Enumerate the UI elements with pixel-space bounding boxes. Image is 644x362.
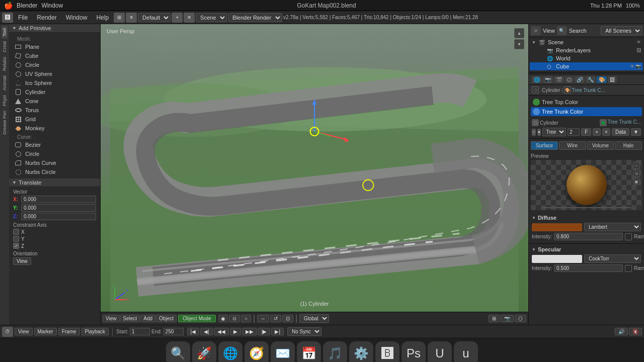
viewport-select-btn[interactable]: Select (120, 315, 140, 322)
camera-btn[interactable]: 📷 (501, 315, 514, 322)
scale-btn[interactable]: ⊡ (282, 315, 293, 322)
search-header-btn[interactable]: 🔍 (557, 26, 567, 35)
mat-menu-btn[interactable]: ▼ (631, 128, 641, 136)
apple-icon[interactable]: 🍎 (4, 2, 13, 10)
x-constraint-checkbox[interactable] (13, 229, 19, 235)
surface-tab[interactable]: Surface (531, 141, 558, 150)
viewport[interactable]: User Persp ▲ ▼ Y X Z (1) Cylinder View S… (101, 24, 528, 325)
z-constraint-checkbox[interactable] (13, 243, 19, 249)
modifier-prop-tab[interactable]: 🔧 (586, 76, 596, 83)
mat-x-btn[interactable]: × (602, 128, 610, 136)
render-menu[interactable]: Render (33, 13, 60, 22)
tree-top-slot[interactable]: Tree Top Color (531, 98, 642, 107)
scroll-down-btn[interactable]: ▼ (514, 39, 524, 49)
renderlayers-tree-row[interactable]: 📷 RenderLayers 🖼 (530, 46, 643, 54)
end-input[interactable] (164, 328, 184, 335)
photoshop-dock-icon[interactable]: Ps (401, 341, 426, 363)
launchpad-dock-icon[interactable]: 🚀 (192, 341, 216, 363)
close-icon-btn[interactable]: ✕ (126, 13, 137, 23)
preview-wire-btn[interactable]: ⊙ (633, 170, 640, 177)
cube-render-btn[interactable]: 📷 (635, 64, 641, 69)
cone-item[interactable]: Cone (13, 97, 96, 106)
play-forward-btn[interactable]: ▶▶ (242, 328, 257, 335)
screen-add-btn[interactable]: + (172, 13, 183, 23)
timeline-marker-btn[interactable]: Marker (34, 328, 57, 335)
next-keyframe-btn[interactable]: |▶ (258, 328, 271, 335)
plane-item[interactable]: Plane (13, 42, 96, 51)
timeline-view-btn[interactable]: View (15, 328, 33, 335)
mat-f-btn[interactable]: F (581, 128, 591, 136)
ramp-checkbox[interactable] (625, 233, 632, 240)
blender-dock-icon[interactable]: 🅱 (375, 341, 399, 363)
default-layout-select[interactable]: Default (138, 13, 171, 22)
timeline-frame-btn[interactable]: Frame (58, 328, 80, 335)
specular-color-swatch[interactable] (532, 255, 582, 263)
screen-remove-btn[interactable]: ✕ (184, 13, 195, 23)
mail-dock-icon[interactable]: ✉️ (271, 341, 295, 363)
file-menu[interactable]: File (14, 13, 32, 22)
preview-solid-btn[interactable]: ○ (633, 162, 640, 169)
mat-name-field[interactable]: Tree (542, 128, 566, 136)
window-menu[interactable]: Window (41, 2, 63, 9)
view-btn[interactable]: View (13, 257, 31, 265)
viewport-add-btn[interactable]: Add (140, 315, 155, 322)
x-input[interactable] (21, 196, 96, 203)
specular-header[interactable]: ▼ Specular (532, 246, 641, 253)
timeline-icon-btn[interactable]: ⏱ (2, 327, 13, 337)
world-prop-tab[interactable]: 🌐 (532, 76, 542, 83)
unity-dock-icon[interactable]: U (428, 341, 452, 363)
nurbs-circle-item[interactable]: Nurbs Circle (13, 167, 96, 176)
viewport-object-btn[interactable]: Object (156, 315, 177, 322)
object-prop-tab[interactable]: ⬡ (565, 76, 574, 83)
safari-dock-icon[interactable]: 🧭 (245, 341, 269, 363)
scroll-up-btn[interactable]: ▲ (514, 28, 524, 38)
orientation-select[interactable]: Global (299, 314, 329, 323)
cube-tree-row[interactable]: ⬡ Cube 👁 📷 (530, 62, 643, 70)
diffuse-shader-select[interactable]: Lambert Oren-Nayar (584, 223, 641, 231)
grid-item[interactable]: Grid (13, 115, 96, 124)
specular-shader-select[interactable]: CookTorr Phong (584, 254, 641, 263)
nurbs-curve-item[interactable]: Nurbs Curve (13, 158, 96, 167)
renderer-select[interactable]: Blender Render (228, 13, 282, 22)
proportional-btn[interactable]: ○ (241, 315, 251, 322)
mat-data-btn[interactable]: Data (612, 128, 629, 136)
volume-tab[interactable]: Volume (587, 141, 614, 150)
scene-prop-tab[interactable]: 🎬 (554, 76, 564, 83)
wire-tab[interactable]: Wire (559, 141, 586, 150)
add-primitive-header[interactable]: ▼ Add Primitive (9, 24, 100, 33)
render-prop-tab[interactable]: 📷 (543, 76, 553, 83)
timeline-playback-btn[interactable]: Playback (82, 328, 109, 335)
cube-item[interactable]: Cube (13, 51, 96, 60)
layout-icon-btn[interactable]: ⊞ (114, 13, 125, 23)
z-input[interactable] (21, 213, 96, 220)
blender-logo-btn[interactable]: 🅱 (2, 13, 13, 23)
music-dock-icon[interactable]: 🎵 (323, 341, 347, 363)
diffuse-color-swatch[interactable] (532, 223, 582, 231)
help-menu[interactable]: Help (92, 13, 113, 22)
preview-slider[interactable] (542, 207, 631, 208)
diffuse-header[interactable]: ▼ Diffuse (532, 214, 641, 221)
prev-keyframe-btn[interactable]: ◀| (200, 328, 213, 335)
relatio-tab[interactable]: Relatio (2, 55, 8, 73)
constraint-prop-tab[interactable]: 🔗 (575, 76, 585, 83)
material-prop-tab[interactable]: 🎨 (597, 76, 607, 83)
sync-select[interactable]: No Sync (287, 327, 321, 336)
physi-tab[interactable]: Physi (2, 93, 8, 108)
viewport-view-btn[interactable]: View (103, 315, 120, 322)
pivot-btn[interactable]: ◉ (218, 315, 228, 322)
renderlayers-icon-btn[interactable]: 🖼 (636, 48, 641, 53)
uvsphere-item[interactable]: UV Sphere (13, 69, 96, 78)
mat-plus-btn[interactable]: + (593, 128, 601, 136)
render-btn[interactable]: ⬡ (515, 315, 526, 322)
intensity-input[interactable] (554, 233, 623, 240)
object-mode-btn[interactable]: Object Mode (178, 315, 216, 322)
spec-intensity-input[interactable] (554, 264, 623, 272)
scene-tree-row[interactable]: ▼ 🎬 Scene 👁 (530, 38, 643, 46)
creat-tab[interactable]: Creat (2, 39, 8, 54)
window-menu-bar[interactable]: Window (62, 13, 92, 22)
spec-ramp-checkbox[interactable] (625, 265, 632, 272)
finder-dock-icon[interactable]: 🔍 (166, 341, 190, 363)
texture-prop-tab[interactable]: 🖼 (608, 76, 617, 83)
mute-btn[interactable]: 🔇 (629, 328, 642, 335)
snap-btn[interactable]: ⊙ (229, 315, 240, 322)
